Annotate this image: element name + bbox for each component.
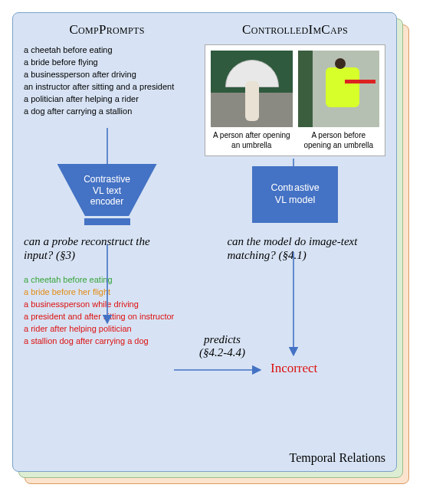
prompt-item: a businessperson after driving bbox=[24, 69, 190, 81]
incorrect-label: Incorrect bbox=[271, 361, 317, 376]
image-umbrella-open bbox=[211, 51, 293, 127]
encoder-label: Contrastive VL text encoder bbox=[84, 174, 130, 207]
result-item: a bride before her flight bbox=[24, 286, 385, 299]
image-item-left: A person after opening an umbrella bbox=[211, 51, 293, 150]
category-label-blue: Temporal Relations bbox=[289, 451, 385, 465]
questions-row: can a probe reconstruct the input? (§3) … bbox=[24, 234, 385, 262]
embedding-bar bbox=[84, 218, 130, 225]
caption-left: A person after opening an umbrella bbox=[211, 131, 293, 150]
image-pair-box: A person after opening an umbrella A per… bbox=[205, 44, 385, 156]
prompt-item: a politician after helping a rider bbox=[24, 93, 190, 106]
result-item: a president and after sitting on instruc… bbox=[24, 311, 385, 323]
vl-model-block: Contrastive VL model bbox=[252, 166, 338, 223]
predicts-label: predicts (§4.2-4.4) bbox=[180, 333, 264, 359]
heading-controlledimcaps: ControlledImCaps bbox=[205, 22, 385, 38]
image-umbrella-closed bbox=[298, 51, 380, 127]
prompt-item: a bride before flying bbox=[24, 57, 190, 69]
prompt-item: a cheetah before eating bbox=[24, 44, 190, 57]
caption-right: A person before opening an umbrella bbox=[298, 131, 380, 150]
arrow-predicts bbox=[174, 362, 266, 378]
question-right: can the model do image-text matching? (§… bbox=[212, 234, 385, 262]
encoder-group: Contrastive VL text encoder bbox=[24, 164, 190, 225]
heading-compprompts: CompPrompts bbox=[24, 22, 190, 38]
text-encoder-block: Contrastive VL text encoder bbox=[57, 164, 157, 216]
top-row: CompPrompts a cheetah before eating a br… bbox=[24, 22, 385, 156]
prompt-item: a dog after carrying a stallion bbox=[24, 106, 190, 118]
category-layer-blue: Temporal Relations CompPrompts a cheetah… bbox=[12, 12, 397, 472]
prompt-list: a cheetah before eating a bride before f… bbox=[24, 44, 190, 118]
result-item: a businessperson while driving bbox=[24, 299, 385, 311]
result-item: a cheetah before eating bbox=[24, 274, 385, 286]
image-item-right: A person before opening an umbrella bbox=[298, 51, 380, 150]
prompt-item: an instructor after sitting and a presid… bbox=[24, 81, 190, 93]
left-column: CompPrompts a cheetah before eating a br… bbox=[24, 22, 190, 118]
right-column: ControlledImCaps A person after opening … bbox=[205, 22, 385, 156]
model-label: Contrastive VL model bbox=[271, 182, 319, 206]
mid-row: Contrastive VL text encoder Contrastive … bbox=[24, 164, 385, 225]
question-left: can a probe reconstruct the input? (§3) bbox=[24, 234, 169, 262]
model-group: Contrastive VL model bbox=[205, 166, 385, 223]
